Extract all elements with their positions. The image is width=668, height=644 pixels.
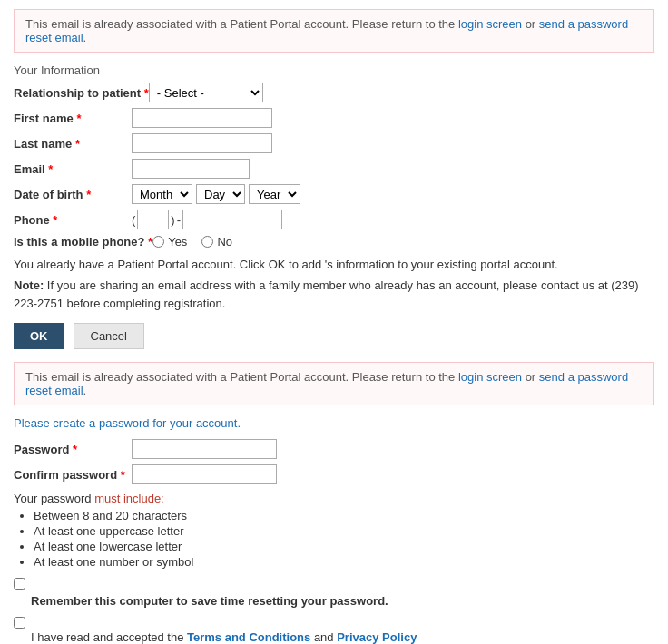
last-name-label: Last name * <box>14 137 132 151</box>
first-name-label: First name * <box>14 112 132 125</box>
email-row: Email * <box>14 159 654 179</box>
dob-year-select[interactable]: Year <box>249 184 300 204</box>
confirm-password-label: Confirm password * <box>14 468 132 482</box>
first-name-input[interactable] <box>132 108 272 128</box>
phone-close-paren: ) <box>171 213 174 227</box>
create-password-text: Please create a password for your accoun… <box>14 416 654 430</box>
alert2-text: This email is already associated with a … <box>25 370 458 384</box>
password-row: Password * <box>14 439 654 459</box>
mobile-no-radio[interactable] <box>201 236 213 248</box>
note-text: Note: If you are sharing an email addres… <box>14 277 654 312</box>
mobile-row: Is this a mobile phone? * Yes No <box>14 235 654 249</box>
dob-day-select[interactable]: Day <box>196 184 245 204</box>
phone-label: Phone * <box>14 213 132 227</box>
email-label: Email * <box>14 162 132 176</box>
relationship-select[interactable]: - Select - Self Parent/Guardian Spouse O… <box>149 83 263 102</box>
ok-button[interactable]: OK <box>14 323 64 349</box>
password-section: Please create a password for your accoun… <box>14 416 654 644</box>
password-input[interactable] <box>132 439 277 459</box>
mobile-no-label: No <box>201 235 232 249</box>
login-screen-link-2[interactable]: login screen <box>458 370 522 384</box>
terms-checkbox[interactable] <box>14 617 25 629</box>
info-text: You already have a Patient Portal accoun… <box>14 258 654 271</box>
note-body: If you are sharing an email address with… <box>14 278 639 310</box>
phone-main-input[interactable] <box>182 210 282 229</box>
phone-open-paren: ( <box>132 213 135 227</box>
password-label: Password * <box>14 443 132 456</box>
dob-month-select[interactable]: Month <box>132 184 192 204</box>
terms-row <box>14 615 654 629</box>
last-name-input[interactable] <box>132 133 272 153</box>
mobile-label: Is this a mobile phone? * <box>14 235 152 249</box>
phone-input-group: ( ) - <box>132 210 282 229</box>
terms-label-row: I have read and accepted the Terms and C… <box>14 630 654 644</box>
terms-section: I have read and accepted the Terms and C… <box>14 615 654 644</box>
terms-conditions-link[interactable]: Terms and Conditions <box>187 630 310 644</box>
alert-banner-1: This email is already associated with a … <box>14 9 654 53</box>
requirements-colored: must include: <box>94 492 164 505</box>
mobile-yes-radio[interactable] <box>152 236 164 248</box>
relationship-label: Relationship to patient * <box>14 86 149 100</box>
email-input[interactable] <box>132 159 250 179</box>
confirm-password-row: Confirm password * <box>14 464 654 484</box>
dob-label: Date of birth * <box>14 188 132 201</box>
terms-text: I have read and accepted the Terms and C… <box>31 630 417 644</box>
alert1-text: This email is already associated with a … <box>25 17 458 31</box>
alert-banner-2: This email is already associated with a … <box>14 362 654 405</box>
req-item-4: At least one number or symbol <box>34 555 654 569</box>
req-item-1: Between 8 and 20 characters <box>34 509 654 522</box>
password-requirements: Your password must include: Between 8 an… <box>14 492 654 569</box>
confirm-password-input[interactable] <box>132 464 277 484</box>
remember-label: Remember this computer to save time rese… <box>31 594 388 608</box>
mobile-yes-label: Yes <box>152 235 187 249</box>
mobile-radio-group: Yes No <box>152 235 232 249</box>
requirements-intro: Your password must include: <box>14 492 654 505</box>
alert1-middle: or <box>522 17 539 31</box>
phone-row: Phone * ( ) - <box>14 210 654 229</box>
note-label: Note: <box>14 278 44 292</box>
req-item-3: At least one lowercase letter <box>34 540 654 553</box>
remember-label-row: Remember this computer to save time rese… <box>14 594 654 608</box>
req-item-2: At least one uppercase letter <box>34 524 654 538</box>
last-name-row: Last name * <box>14 133 654 153</box>
phone-area-input[interactable] <box>137 210 169 229</box>
alert2-middle: or <box>522 370 539 384</box>
btn-row-1: OK Cancel <box>14 323 654 349</box>
remember-checkbox[interactable] <box>14 578 25 590</box>
alert1-end: . <box>84 31 87 44</box>
phone-dash: - <box>177 213 181 227</box>
requirements-list: Between 8 and 20 characters At least one… <box>14 509 654 569</box>
alert2-end: . <box>84 384 87 397</box>
login-screen-link-1[interactable]: login screen <box>458 17 522 31</box>
dob-row: Date of birth * Month Day Year <box>14 184 654 204</box>
remember-checkbox-row <box>14 576 654 592</box>
section-title: Your Information <box>14 63 654 77</box>
relationship-row: Relationship to patient * - Select - Sel… <box>14 83 654 102</box>
first-name-row: First name * <box>14 108 654 128</box>
cancel-button[interactable]: Cancel <box>74 323 144 349</box>
dob-selects: Month Day Year <box>132 184 300 204</box>
privacy-policy-link[interactable]: Privacy Policy <box>337 630 417 644</box>
